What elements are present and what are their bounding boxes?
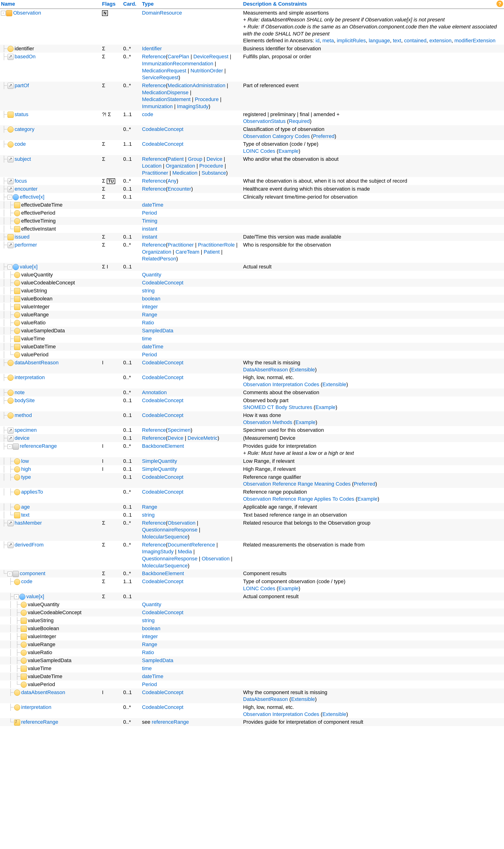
- type-link[interactable]: PractitionerRole: [198, 242, 235, 248]
- type-link[interactable]: ImmunizationRecommendation: [142, 61, 213, 67]
- type-link[interactable]: BackboneElement: [142, 571, 184, 576]
- binding-strength-link[interactable]: Example: [357, 496, 378, 502]
- type-link[interactable]: Device: [168, 435, 183, 441]
- type-link[interactable]: instant: [142, 226, 157, 232]
- type-link[interactable]: CodeableConcept: [142, 141, 183, 147]
- type-link[interactable]: boolean: [142, 626, 160, 631]
- binding-link[interactable]: LOINC Codes: [243, 585, 275, 591]
- type-link[interactable]: SimpleQuantity: [142, 458, 177, 464]
- type-link[interactable]: Reference: [142, 435, 166, 441]
- type-link[interactable]: Organization: [142, 249, 172, 255]
- element-name[interactable]: status: [15, 111, 29, 117]
- type-link[interactable]: MolecularSequence: [142, 534, 187, 540]
- element-name[interactable]: subject: [15, 156, 31, 162]
- tree-toggle[interactable]: -: [7, 444, 12, 449]
- type-link[interactable]: Specimen: [168, 427, 191, 433]
- element-name[interactable]: performer: [15, 242, 37, 248]
- element-name[interactable]: interpretation: [21, 704, 51, 710]
- element-name[interactable]: dataAbsentReason: [21, 689, 65, 695]
- binding-link[interactable]: Observation Reference Range Meaning Code…: [243, 481, 350, 487]
- type-link[interactable]: integer: [142, 304, 158, 310]
- binding-strength-link[interactable]: Example: [278, 585, 299, 591]
- element-name[interactable]: issued: [15, 234, 30, 240]
- type-link[interactable]: string: [142, 617, 155, 624]
- type-link[interactable]: Range: [142, 504, 157, 510]
- type-link[interactable]: CodeableConcept: [142, 704, 183, 710]
- binding-link[interactable]: LOINC Codes: [243, 148, 275, 154]
- type-link[interactable]: QuestionnaireResponse: [142, 556, 197, 562]
- binding-strength-link[interactable]: Required: [289, 118, 310, 124]
- type-link[interactable]: integer: [142, 633, 158, 639]
- type-link[interactable]: Reference: [142, 54, 166, 59]
- type-link[interactable]: Range: [142, 312, 157, 318]
- type-link[interactable]: Reference: [142, 156, 166, 162]
- type-link[interactable]: CodeableConcept: [142, 474, 183, 480]
- type-link[interactable]: Timing: [142, 218, 157, 224]
- type-link[interactable]: string: [142, 288, 155, 293]
- binding-strength-link[interactable]: Extensible: [291, 367, 315, 373]
- type-link[interactable]: Period: [142, 682, 157, 687]
- binding-link[interactable]: ObservationStatus: [243, 118, 286, 124]
- type-link[interactable]: ImagingStudy: [142, 548, 174, 555]
- type-link[interactable]: SampledData: [142, 328, 173, 333]
- element-name[interactable]: component: [20, 571, 46, 576]
- type-link[interactable]: Patient: [203, 249, 220, 255]
- type-link[interactable]: SampledData: [142, 657, 173, 663]
- header-type[interactable]: Type: [142, 1, 154, 7]
- binding-strength-link[interactable]: Example: [316, 404, 336, 410]
- tree-toggle[interactable]: -: [7, 572, 12, 576]
- type-link[interactable]: Range: [142, 642, 157, 647]
- type-link[interactable]: NutritionOrder: [191, 68, 223, 74]
- type-link[interactable]: DocumentReference: [168, 542, 215, 548]
- type-link[interactable]: Immunization: [142, 104, 173, 109]
- ancestor-link[interactable]: id: [316, 38, 320, 43]
- type-link[interactable]: Reference: [142, 178, 166, 184]
- type-link[interactable]: Reference: [142, 542, 166, 548]
- header-card[interactable]: Card.: [123, 1, 136, 7]
- type-link[interactable]: Organization: [166, 163, 195, 169]
- binding-link[interactable]: Observation Interpretation Codes: [243, 711, 319, 717]
- type-link[interactable]: DeviceRequest: [194, 54, 229, 59]
- header-desc[interactable]: Description & Constraints: [243, 1, 307, 7]
- type-link[interactable]: CodeableConcept: [142, 610, 183, 615]
- type-link[interactable]: CodeableConcept: [142, 280, 183, 286]
- binding-strength-link[interactable]: Extensible: [323, 711, 346, 717]
- type-link[interactable]: ServiceRequest: [142, 74, 178, 80]
- type-link[interactable]: Group: [188, 156, 202, 162]
- header-flags[interactable]: Flags: [102, 1, 115, 7]
- type-link[interactable]: RelatedPerson: [142, 256, 176, 261]
- element-name[interactable]: referenceRange: [20, 443, 57, 449]
- type-link[interactable]: MedicationStatement: [142, 96, 191, 102]
- binding-link[interactable]: Observation Methods: [243, 419, 292, 425]
- type-link[interactable]: Practitioner: [142, 170, 168, 176]
- element-name[interactable]: age: [21, 504, 30, 510]
- ancestor-link[interactable]: meta: [323, 38, 334, 43]
- type-link[interactable]: Substance: [202, 170, 226, 176]
- type-link[interactable]: Device: [206, 156, 222, 162]
- type-link[interactable]: MolecularSequence: [142, 563, 187, 568]
- binding-strength-link[interactable]: Example: [278, 148, 299, 154]
- help-icon[interactable]: ?: [497, 0, 503, 7]
- element-name[interactable]: appliesTo: [21, 489, 43, 495]
- element-name[interactable]: dataAbsentReason: [15, 360, 58, 365]
- type-link[interactable]: Annotation: [142, 390, 167, 395]
- type-link[interactable]: CodeableConcept: [142, 126, 183, 132]
- type-link[interactable]: QuestionnaireResponse: [142, 527, 197, 532]
- type-link[interactable]: time: [142, 665, 152, 671]
- type-link[interactable]: Any: [168, 178, 177, 184]
- binding-link[interactable]: DataAbsentReason: [243, 367, 288, 373]
- element-name[interactable]: device: [15, 435, 30, 441]
- type-link[interactable]: Quantity: [142, 601, 161, 607]
- ancestor-link[interactable]: modifierExtension: [454, 38, 496, 43]
- element-name[interactable]: high: [21, 466, 31, 472]
- type-link[interactable]: CodeableConcept: [142, 412, 183, 418]
- binding-link[interactable]: Observation Interpretation Codes: [243, 381, 319, 387]
- element-name[interactable]: effective[x]: [20, 194, 44, 200]
- type-link[interactable]: Period: [142, 351, 157, 358]
- type-link[interactable]: dateTime: [142, 202, 163, 208]
- type-link[interactable]: DeviceMetric: [187, 435, 217, 441]
- type-link[interactable]: Quantity: [142, 272, 161, 277]
- type-link[interactable]: Period: [142, 210, 157, 216]
- type-link[interactable]: SimpleQuantity: [142, 466, 177, 472]
- element-name[interactable]: hasMember: [15, 520, 42, 526]
